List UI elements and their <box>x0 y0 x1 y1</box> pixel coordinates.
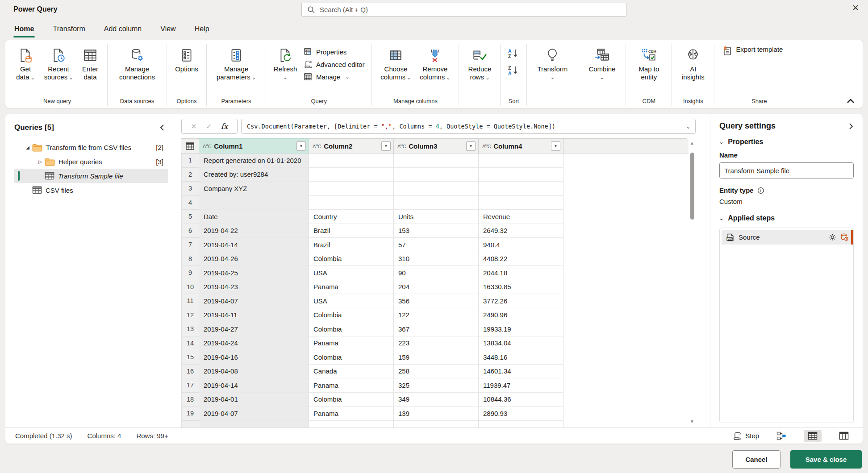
tree-expander-collapsed-icon[interactable]: ▷ <box>37 159 44 164</box>
enter-data-button[interactable]: Enter data <box>78 44 103 83</box>
row-number[interactable]: 16 <box>181 365 199 379</box>
cell[interactable]: Created by: user9284 <box>199 168 309 182</box>
cell[interactable]: Report generated on 01-01-2020 <box>199 154 309 168</box>
manage-parameters-button[interactable]: Manage parameters⌄ <box>211 44 261 83</box>
vertical-scrollbar[interactable]: ▲ ▼ <box>689 138 696 426</box>
cell[interactable]: 13834.04 <box>479 336 563 351</box>
row-number[interactable]: 7 <box>181 238 199 252</box>
row-number[interactable]: 2 <box>181 168 199 182</box>
cell[interactable]: 2019-04-27 <box>199 322 309 336</box>
select-all-corner[interactable] <box>181 138 199 154</box>
save-and-close-button[interactable]: Save & close <box>790 450 862 469</box>
refresh-button[interactable]: Refresh ⌄ <box>271 44 300 82</box>
search-box[interactable] <box>301 3 626 17</box>
sort-descending-button[interactable]: ZA <box>507 64 520 77</box>
query-item-csv-files[interactable]: CSV files <box>14 183 168 197</box>
row-number[interactable]: 4 <box>181 196 199 210</box>
cell[interactable] <box>479 196 563 210</box>
row-number[interactable]: 9 <box>181 266 199 280</box>
cell[interactable]: 139 <box>394 407 479 421</box>
info-icon[interactable] <box>757 187 764 194</box>
cell[interactable]: Panama <box>309 378 394 393</box>
cell[interactable]: Panama <box>309 407 394 421</box>
cell[interactable]: Colombia <box>309 252 394 266</box>
collapse-queries-pane-button[interactable] <box>159 124 164 131</box>
cell[interactable]: 2649.32 <box>479 224 563 238</box>
cell[interactable]: 2890.93 <box>479 407 563 421</box>
cell[interactable]: 356 <box>394 294 479 308</box>
cell[interactable]: 4408.22 <box>479 252 563 266</box>
cell[interactable]: Brazil <box>309 238 394 252</box>
cell[interactable] <box>479 168 563 182</box>
data-view-button[interactable] <box>804 430 822 442</box>
cell[interactable]: Canada <box>309 365 394 379</box>
cell[interactable]: Colombia <box>309 308 394 323</box>
commit-formula-icon[interactable]: ✓ <box>206 122 212 131</box>
cell[interactable]: 2019-04-07 <box>199 407 309 421</box>
ai-insights-button[interactable]: AI insights <box>676 44 709 83</box>
cell[interactable]: 940.4 <box>479 238 563 252</box>
cell[interactable] <box>394 196 479 210</box>
row-number[interactable]: 3 <box>181 182 199 196</box>
cell[interactable]: 2019-04-22 <box>199 224 309 238</box>
row-number[interactable]: 5 <box>181 210 199 224</box>
cell[interactable] <box>394 154 479 168</box>
query-name-input[interactable] <box>719 162 854 178</box>
row-number[interactable]: 13 <box>181 322 199 336</box>
tab-add-column[interactable]: Add column <box>103 21 143 37</box>
column-header-Column2[interactable]: ABCColumn2▼ <box>309 138 394 154</box>
search-input[interactable] <box>320 6 621 13</box>
cell[interactable]: USA <box>309 294 394 308</box>
cell[interactable]: 3448.16 <box>479 350 563 365</box>
cell[interactable]: Colombia <box>309 322 394 336</box>
advanced-editor-button[interactable]: Advanced editor <box>301 59 367 70</box>
cell[interactable] <box>309 196 394 210</box>
cell[interactable]: 2019-04-11 <box>199 308 309 323</box>
cell[interactable] <box>479 154 563 168</box>
cell[interactable]: Units <box>394 210 479 224</box>
row-number[interactable]: 17 <box>181 378 199 393</box>
options-button[interactable]: Options <box>171 44 202 75</box>
properties-button[interactable]: Properties <box>301 46 367 57</box>
step-settings-gear-icon[interactable] <box>828 233 837 241</box>
row-number[interactable]: 15 <box>181 350 199 365</box>
manage-connections-button[interactable]: Manage connections <box>112 44 162 83</box>
step-source[interactable]: CSV Source <box>722 230 851 245</box>
row-number[interactable]: 14 <box>181 336 199 351</box>
cell[interactable]: 2019-04-24 <box>199 336 309 351</box>
cell[interactable]: Panama <box>309 280 394 295</box>
cell[interactable] <box>309 421 394 428</box>
step-view-button[interactable]: Step <box>733 432 759 440</box>
remove-columns-button[interactable]: Remove columns⌄ <box>416 44 454 83</box>
cell[interactable]: 2019-04-14 <box>199 238 309 252</box>
formula-expand-chevron-icon[interactable]: ⌄ <box>682 123 690 129</box>
cell[interactable] <box>394 182 479 196</box>
fx-icon[interactable]: fx <box>221 122 228 131</box>
properties-section-header[interactable]: ⌄ Properties <box>719 138 854 146</box>
row-number[interactable]: 11 <box>181 294 199 308</box>
column-header-Column4[interactable]: ABCColumn4▼ <box>479 138 563 154</box>
cell[interactable]: 57 <box>394 238 479 252</box>
cell[interactable]: 3772.26 <box>479 294 563 308</box>
combine-button[interactable]: Combine ⌄ <box>583 44 621 82</box>
row-number[interactable]: 19 <box>181 407 199 421</box>
cell[interactable]: 2019-04-16 <box>199 350 309 365</box>
choose-columns-button[interactable]: Choose columns⌄ <box>376 44 415 83</box>
reduce-rows-button[interactable]: Reduce rows⌄ <box>463 44 496 83</box>
scrollbar-thumb[interactable] <box>690 153 694 220</box>
cell[interactable]: Company XYZ <box>199 182 309 196</box>
cell[interactable]: 2019-04-26 <box>199 252 309 266</box>
tab-home[interactable]: Home <box>13 21 35 37</box>
cell[interactable]: 16330.85 <box>479 280 563 295</box>
diagram-view-button[interactable] <box>772 430 790 442</box>
schema-view-button[interactable] <box>835 430 853 442</box>
cell[interactable] <box>479 421 563 428</box>
cell[interactable] <box>309 182 394 196</box>
cell[interactable]: 153 <box>394 224 479 238</box>
get-data-button[interactable]: Get data⌄ <box>12 44 39 83</box>
cell[interactable] <box>309 168 394 182</box>
transform-button[interactable]: Transform ⌄ <box>531 44 573 82</box>
cell[interactable]: Country <box>309 210 394 224</box>
filter-dropdown-icon[interactable]: ▼ <box>296 141 306 151</box>
cell[interactable]: 19933.19 <box>479 322 563 336</box>
